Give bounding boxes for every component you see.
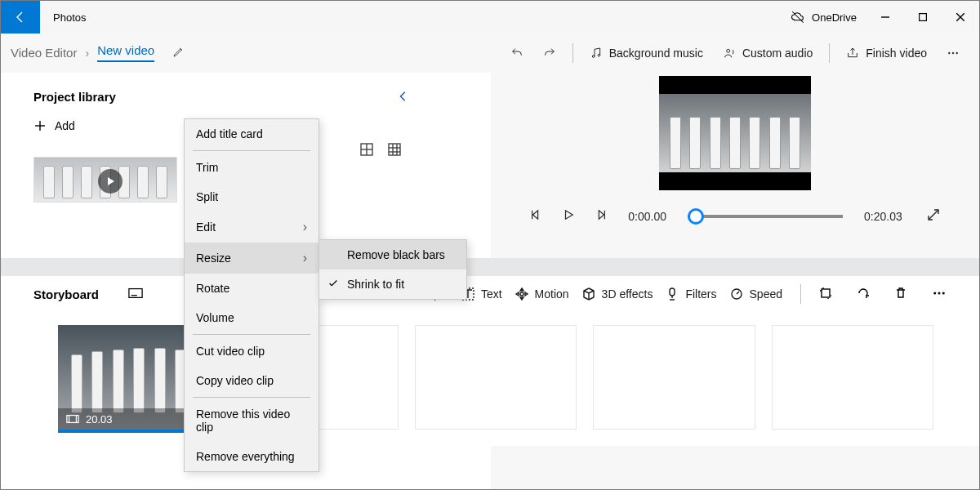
add-title-card-icon-button[interactable] bbox=[128, 287, 143, 301]
svg-rect-2 bbox=[920, 14, 927, 21]
svg-rect-30 bbox=[670, 288, 675, 296]
rename-project-button[interactable] bbox=[172, 45, 185, 60]
svg-rect-23 bbox=[129, 288, 142, 297]
submenu-shrink-to-fit[interactable]: Shrink to fit bbox=[319, 270, 466, 299]
storyboard-track: 20.03 bbox=[1, 312, 979, 446]
more-button[interactable] bbox=[937, 38, 969, 68]
video-preview[interactable] bbox=[659, 76, 811, 190]
command-bar: Video Editor › New video Background musi… bbox=[1, 33, 979, 73]
scrub-handle[interactable] bbox=[688, 208, 704, 225]
menu-add-title-card[interactable]: Add title card bbox=[185, 119, 318, 149]
close-button[interactable] bbox=[942, 1, 979, 33]
play-button[interactable] bbox=[563, 209, 574, 223]
export-icon bbox=[846, 47, 859, 60]
menu-rotate[interactable]: Rotate bbox=[185, 274, 318, 303]
svg-point-6 bbox=[598, 54, 600, 56]
filters-button[interactable]: Filters bbox=[666, 287, 716, 301]
step-forward-icon bbox=[595, 209, 607, 220]
menu-volume[interactable]: Volume bbox=[185, 303, 318, 332]
play-icon bbox=[105, 176, 115, 186]
ellipsis-icon bbox=[947, 47, 960, 60]
grid-large-button[interactable] bbox=[360, 143, 373, 158]
chevron-left-icon bbox=[398, 91, 409, 102]
svg-point-10 bbox=[956, 52, 958, 54]
separator bbox=[800, 284, 801, 304]
custom-audio-button[interactable]: Custom audio bbox=[713, 38, 822, 68]
motion-icon bbox=[515, 287, 528, 301]
3d-effects-button[interactable]: 3D effects bbox=[582, 287, 653, 301]
grid-2x2-icon bbox=[360, 143, 373, 156]
step-back-icon bbox=[530, 209, 541, 220]
svg-point-35 bbox=[942, 292, 944, 294]
scrub-bar[interactable] bbox=[688, 215, 843, 218]
library-clip-thumbnail[interactable] bbox=[33, 157, 177, 203]
menu-edit[interactable]: Edit bbox=[185, 212, 318, 243]
fullscreen-button[interactable] bbox=[927, 208, 940, 224]
back-button[interactable] bbox=[1, 1, 40, 33]
onedrive-label: OneDrive bbox=[812, 11, 857, 24]
storyboard-empty-slot[interactable] bbox=[772, 325, 933, 430]
crop-icon bbox=[819, 287, 832, 300]
breadcrumb-current[interactable]: New video bbox=[97, 43, 154, 62]
breadcrumb: Video Editor › New video bbox=[11, 43, 185, 62]
clip-duration: 20.03 bbox=[86, 413, 113, 425]
background-music-button[interactable]: Background music bbox=[580, 38, 713, 68]
storyboard-empty-slot[interactable] bbox=[593, 325, 755, 430]
title-bar: Photos OneDrive bbox=[1, 1, 979, 33]
step-back-button[interactable] bbox=[530, 209, 541, 223]
title-card-icon bbox=[128, 287, 143, 299]
submenu-remove-black-bars[interactable]: Remove black bars bbox=[319, 240, 466, 270]
delete-button[interactable] bbox=[894, 287, 907, 302]
menu-remove-everything[interactable]: Remove everything bbox=[185, 442, 318, 471]
motion-button[interactable]: Motion bbox=[515, 287, 569, 301]
undo-button[interactable] bbox=[501, 38, 533, 68]
transport-controls: 0:00.00 0:20.03 bbox=[530, 208, 939, 224]
section-divider bbox=[1, 258, 979, 276]
menu-resize[interactable]: Resize bbox=[185, 243, 318, 274]
storyboard-empty-slot[interactable] bbox=[415, 325, 577, 430]
pencil-icon bbox=[172, 45, 185, 58]
filters-icon bbox=[666, 287, 679, 301]
redo-button[interactable] bbox=[533, 38, 566, 68]
menu-trim[interactable]: Trim bbox=[185, 153, 318, 182]
ellipsis-icon bbox=[932, 287, 947, 300]
undo-icon bbox=[510, 47, 523, 60]
project-library-title: Project library bbox=[33, 90, 116, 104]
svg-rect-32 bbox=[822, 289, 830, 297]
menu-remove-this-clip[interactable]: Remove this video clip bbox=[185, 399, 318, 442]
maximize-button[interactable] bbox=[904, 1, 942, 33]
svg-point-33 bbox=[934, 292, 936, 294]
step-forward-button[interactable] bbox=[595, 209, 607, 223]
menu-copy-clip[interactable]: Copy video clip bbox=[185, 366, 318, 395]
separator bbox=[829, 43, 830, 63]
text-button[interactable]: Text bbox=[461, 287, 502, 301]
breadcrumb-root[interactable]: Video Editor bbox=[11, 46, 77, 60]
grid-3x3-icon bbox=[388, 143, 401, 156]
onedrive-status[interactable]: OneDrive bbox=[791, 10, 866, 24]
svg-point-5 bbox=[592, 55, 595, 57]
cloud-off-icon bbox=[791, 10, 805, 24]
rotate-icon bbox=[857, 287, 870, 300]
storyboard-more-button[interactable] bbox=[932, 287, 947, 302]
plus-icon bbox=[33, 119, 47, 132]
finish-video-button[interactable]: Finish video bbox=[836, 38, 937, 68]
svg-point-8 bbox=[949, 52, 951, 54]
play-overlay-icon[interactable] bbox=[98, 169, 122, 194]
crop-button[interactable] bbox=[819, 287, 832, 302]
grid-small-button[interactable] bbox=[388, 143, 401, 158]
expand-icon bbox=[927, 208, 940, 221]
speed-button[interactable]: Speed bbox=[730, 287, 782, 301]
menu-cut-clip[interactable]: Cut video clip bbox=[185, 336, 318, 366]
clip-context-menu: Add title card Trim Split Edit Resize Ro… bbox=[184, 118, 319, 472]
svg-point-9 bbox=[952, 52, 954, 54]
rotate-button[interactable] bbox=[857, 287, 870, 302]
check-icon bbox=[327, 278, 339, 292]
collapse-library-button[interactable] bbox=[398, 87, 409, 106]
menu-split[interactable]: Split bbox=[185, 182, 318, 212]
app-title: Photos bbox=[40, 11, 86, 24]
trash-icon bbox=[894, 287, 907, 300]
storyboard-title: Storyboard bbox=[33, 287, 99, 301]
minimize-button[interactable] bbox=[866, 1, 904, 33]
svg-point-7 bbox=[727, 49, 730, 52]
separator bbox=[572, 43, 573, 63]
